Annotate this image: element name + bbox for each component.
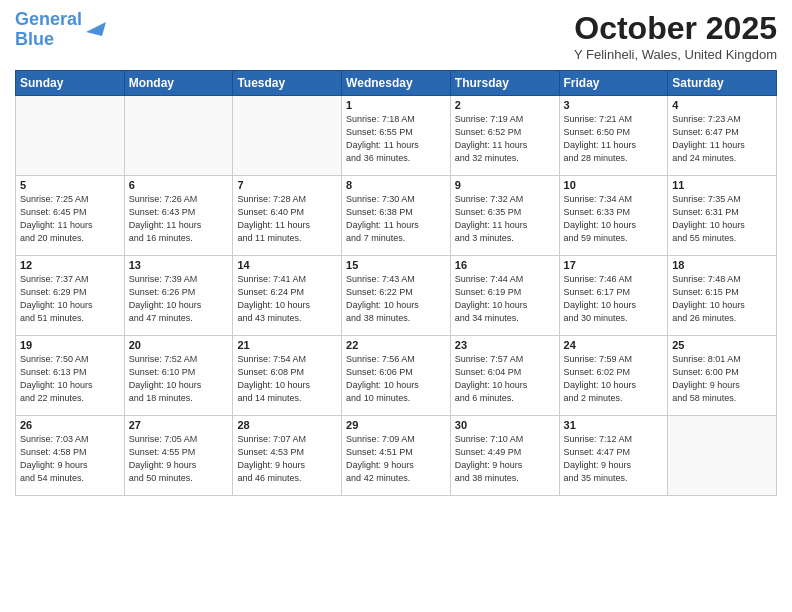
day-number: 2: [455, 99, 555, 111]
day-content: Sunrise: 7:59 AMSunset: 6:02 PMDaylight:…: [564, 353, 664, 405]
day-number: 15: [346, 259, 446, 271]
calendar-cell: 13Sunrise: 7:39 AMSunset: 6:26 PMDayligh…: [124, 256, 233, 336]
day-content: Sunrise: 7:39 AMSunset: 6:26 PMDaylight:…: [129, 273, 229, 325]
day-content: Sunrise: 7:21 AMSunset: 6:50 PMDaylight:…: [564, 113, 664, 165]
calendar-cell: 12Sunrise: 7:37 AMSunset: 6:29 PMDayligh…: [16, 256, 125, 336]
calendar-cell: 17Sunrise: 7:46 AMSunset: 6:17 PMDayligh…: [559, 256, 668, 336]
day-content: Sunrise: 7:30 AMSunset: 6:38 PMDaylight:…: [346, 193, 446, 245]
calendar-cell: 6Sunrise: 7:26 AMSunset: 6:43 PMDaylight…: [124, 176, 233, 256]
calendar-cell: [16, 96, 125, 176]
day-content: Sunrise: 7:26 AMSunset: 6:43 PMDaylight:…: [129, 193, 229, 245]
col-friday: Friday: [559, 71, 668, 96]
day-number: 10: [564, 179, 664, 191]
calendar-cell: 31Sunrise: 7:12 AMSunset: 4:47 PMDayligh…: [559, 416, 668, 496]
col-tuesday: Tuesday: [233, 71, 342, 96]
calendar-cell: 15Sunrise: 7:43 AMSunset: 6:22 PMDayligh…: [342, 256, 451, 336]
day-content: Sunrise: 7:48 AMSunset: 6:15 PMDaylight:…: [672, 273, 772, 325]
day-number: 11: [672, 179, 772, 191]
calendar-cell: 21Sunrise: 7:54 AMSunset: 6:08 PMDayligh…: [233, 336, 342, 416]
day-content: Sunrise: 7:54 AMSunset: 6:08 PMDaylight:…: [237, 353, 337, 405]
calendar-cell: 9Sunrise: 7:32 AMSunset: 6:35 PMDaylight…: [450, 176, 559, 256]
day-number: 23: [455, 339, 555, 351]
day-number: 4: [672, 99, 772, 111]
day-content: Sunrise: 7:05 AMSunset: 4:55 PMDaylight:…: [129, 433, 229, 485]
calendar-cell: 24Sunrise: 7:59 AMSunset: 6:02 PMDayligh…: [559, 336, 668, 416]
logo: General Blue: [15, 10, 106, 50]
day-content: Sunrise: 7:10 AMSunset: 4:49 PMDaylight:…: [455, 433, 555, 485]
logo-text: General Blue: [15, 10, 82, 50]
calendar-cell: 29Sunrise: 7:09 AMSunset: 4:51 PMDayligh…: [342, 416, 451, 496]
calendar-cell: 23Sunrise: 7:57 AMSunset: 6:04 PMDayligh…: [450, 336, 559, 416]
location: Y Felinheli, Wales, United Kingdom: [574, 47, 777, 62]
day-number: 16: [455, 259, 555, 271]
day-content: Sunrise: 7:18 AMSunset: 6:55 PMDaylight:…: [346, 113, 446, 165]
logo-blue: Blue: [15, 29, 54, 49]
day-number: 20: [129, 339, 229, 351]
col-wednesday: Wednesday: [342, 71, 451, 96]
calendar-cell: 5Sunrise: 7:25 AMSunset: 6:45 PMDaylight…: [16, 176, 125, 256]
calendar-week-row: 19Sunrise: 7:50 AMSunset: 6:13 PMDayligh…: [16, 336, 777, 416]
day-number: 6: [129, 179, 229, 191]
calendar-page: General Blue October 2025 Y Felinheli, W…: [0, 0, 792, 612]
day-content: Sunrise: 7:46 AMSunset: 6:17 PMDaylight:…: [564, 273, 664, 325]
calendar-cell: [668, 416, 777, 496]
svg-marker-0: [86, 22, 106, 36]
day-content: Sunrise: 7:44 AMSunset: 6:19 PMDaylight:…: [455, 273, 555, 325]
calendar-cell: 2Sunrise: 7:19 AMSunset: 6:52 PMDaylight…: [450, 96, 559, 176]
day-content: Sunrise: 7:32 AMSunset: 6:35 PMDaylight:…: [455, 193, 555, 245]
day-number: 3: [564, 99, 664, 111]
day-content: Sunrise: 7:07 AMSunset: 4:53 PMDaylight:…: [237, 433, 337, 485]
calendar-cell: 18Sunrise: 7:48 AMSunset: 6:15 PMDayligh…: [668, 256, 777, 336]
day-number: 27: [129, 419, 229, 431]
calendar-cell: 14Sunrise: 7:41 AMSunset: 6:24 PMDayligh…: [233, 256, 342, 336]
calendar-cell: 3Sunrise: 7:21 AMSunset: 6:50 PMDaylight…: [559, 96, 668, 176]
day-number: 28: [237, 419, 337, 431]
day-number: 7: [237, 179, 337, 191]
day-content: Sunrise: 7:37 AMSunset: 6:29 PMDaylight:…: [20, 273, 120, 325]
day-number: 31: [564, 419, 664, 431]
day-number: 24: [564, 339, 664, 351]
title-block: October 2025 Y Felinheli, Wales, United …: [574, 10, 777, 62]
col-monday: Monday: [124, 71, 233, 96]
day-number: 17: [564, 259, 664, 271]
day-number: 26: [20, 419, 120, 431]
day-number: 1: [346, 99, 446, 111]
col-thursday: Thursday: [450, 71, 559, 96]
calendar-table: Sunday Monday Tuesday Wednesday Thursday…: [15, 70, 777, 496]
day-number: 18: [672, 259, 772, 271]
calendar-cell: 7Sunrise: 7:28 AMSunset: 6:40 PMDaylight…: [233, 176, 342, 256]
day-content: Sunrise: 7:41 AMSunset: 6:24 PMDaylight:…: [237, 273, 337, 325]
calendar-cell: 30Sunrise: 7:10 AMSunset: 4:49 PMDayligh…: [450, 416, 559, 496]
day-number: 12: [20, 259, 120, 271]
day-content: Sunrise: 7:57 AMSunset: 6:04 PMDaylight:…: [455, 353, 555, 405]
calendar-cell: [233, 96, 342, 176]
day-content: Sunrise: 7:34 AMSunset: 6:33 PMDaylight:…: [564, 193, 664, 245]
calendar-week-row: 5Sunrise: 7:25 AMSunset: 6:45 PMDaylight…: [16, 176, 777, 256]
calendar-week-row: 1Sunrise: 7:18 AMSunset: 6:55 PMDaylight…: [16, 96, 777, 176]
calendar-header-row: Sunday Monday Tuesday Wednesday Thursday…: [16, 71, 777, 96]
day-number: 14: [237, 259, 337, 271]
day-content: Sunrise: 7:56 AMSunset: 6:06 PMDaylight:…: [346, 353, 446, 405]
day-number: 30: [455, 419, 555, 431]
calendar-cell: 28Sunrise: 7:07 AMSunset: 4:53 PMDayligh…: [233, 416, 342, 496]
col-sunday: Sunday: [16, 71, 125, 96]
day-number: 9: [455, 179, 555, 191]
calendar-cell: 4Sunrise: 7:23 AMSunset: 6:47 PMDaylight…: [668, 96, 777, 176]
logo-arrow-icon: [84, 14, 106, 36]
day-content: Sunrise: 7:35 AMSunset: 6:31 PMDaylight:…: [672, 193, 772, 245]
day-content: Sunrise: 7:50 AMSunset: 6:13 PMDaylight:…: [20, 353, 120, 405]
day-number: 25: [672, 339, 772, 351]
calendar-cell: [124, 96, 233, 176]
calendar-cell: 11Sunrise: 7:35 AMSunset: 6:31 PMDayligh…: [668, 176, 777, 256]
month-title: October 2025: [574, 10, 777, 47]
calendar-cell: 16Sunrise: 7:44 AMSunset: 6:19 PMDayligh…: [450, 256, 559, 336]
calendar-cell: 19Sunrise: 7:50 AMSunset: 6:13 PMDayligh…: [16, 336, 125, 416]
col-saturday: Saturday: [668, 71, 777, 96]
calendar-week-row: 26Sunrise: 7:03 AMSunset: 4:58 PMDayligh…: [16, 416, 777, 496]
calendar-cell: 26Sunrise: 7:03 AMSunset: 4:58 PMDayligh…: [16, 416, 125, 496]
calendar-cell: 22Sunrise: 7:56 AMSunset: 6:06 PMDayligh…: [342, 336, 451, 416]
day-content: Sunrise: 7:52 AMSunset: 6:10 PMDaylight:…: [129, 353, 229, 405]
calendar-cell: 1Sunrise: 7:18 AMSunset: 6:55 PMDaylight…: [342, 96, 451, 176]
calendar-cell: 20Sunrise: 7:52 AMSunset: 6:10 PMDayligh…: [124, 336, 233, 416]
day-content: Sunrise: 7:28 AMSunset: 6:40 PMDaylight:…: [237, 193, 337, 245]
